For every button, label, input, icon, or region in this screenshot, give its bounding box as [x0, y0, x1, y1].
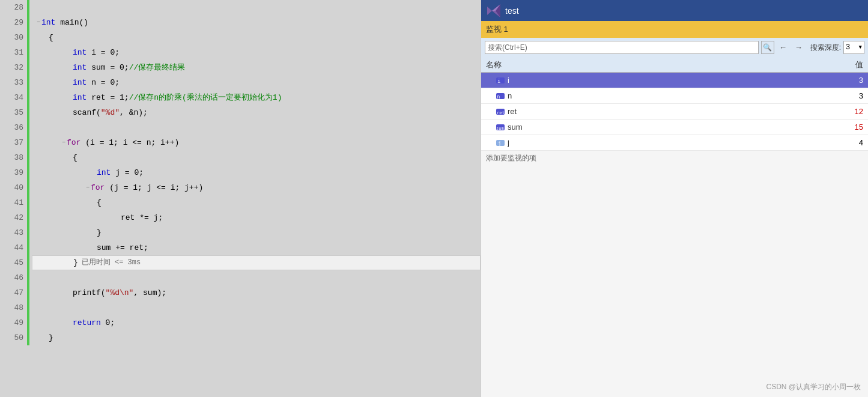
code-34-rest: ret = 1;	[86, 90, 129, 105]
line-num-28: 28	[4, 0, 23, 15]
code-line-30: {	[32, 30, 481, 45]
var-icon-j: j	[496, 138, 505, 148]
watch-row-sum-name: sum sum	[481, 123, 808, 132]
add-watch-area[interactable]: 添加要监视的项	[481, 151, 868, 166]
add-watch-label: 添加要监视的项	[486, 154, 536, 162]
code-line-40: − for (j = 1; j <= i; j++)	[32, 180, 481, 195]
svg-text:sum: sum	[496, 126, 504, 131]
gutter	[27, 0, 32, 397]
watch-row-i[interactable]: i i 3	[481, 73, 868, 88]
code-line-41: {	[32, 195, 481, 210]
green-bar	[27, 0, 29, 345]
comment-32: //保存最终结果	[129, 60, 186, 75]
code-line-38: {	[32, 150, 481, 165]
svg-text:n: n	[497, 94, 500, 100]
kw-int-32: int	[73, 60, 86, 75]
var-name-i: i	[508, 76, 509, 85]
kw-for-40: for	[91, 180, 105, 195]
kw-return-49: return	[73, 315, 101, 330]
line-num-39: 39	[4, 165, 23, 180]
code-42-ret: ret *= j;	[121, 210, 163, 225]
code-38-brace: {	[73, 150, 77, 165]
watch-panel: test 监视 1 搜索(Ctrl+E) 🔍 ← → 搜索深度: 3 ▼ 名称 …	[481, 0, 868, 397]
line-num-32: 32	[4, 60, 23, 75]
depth-select[interactable]: 3 ▼	[843, 41, 864, 54]
nav-back-button[interactable]: ←	[777, 41, 790, 54]
code-line-46	[32, 270, 481, 285]
line-num-50: 50	[4, 330, 23, 345]
kw-for-37: for	[67, 135, 80, 150]
code-31-rest: i = 0;	[86, 45, 120, 60]
kw-int-29: int	[41, 15, 55, 30]
code-44-sum: sum += ret;	[97, 240, 148, 255]
search-box[interactable]: 搜索(Ctrl+E)	[485, 41, 759, 54]
code-line-34: int ret = 1; //保存n的阶乘(乘法的话一定要初始化为1)	[32, 90, 481, 105]
watch-table-header: 名称 值	[481, 57, 868, 73]
line-num-31: 31	[4, 45, 23, 60]
str-35: "%d"	[101, 105, 120, 120]
csdn-watermark: CSDN @认真学习的小周一枚	[766, 382, 861, 392]
comment-34: //保存n的阶乘(乘法的话一定要初始化为1)	[129, 90, 282, 105]
var-icon-ret: ret	[496, 107, 505, 117]
code-line-36	[32, 120, 481, 135]
vs-logo-icon	[487, 4, 500, 17]
collapse-icon-37[interactable]: −	[62, 135, 65, 150]
code-line-31: int i = 0;	[32, 45, 481, 60]
code-47-end: , sum);	[133, 285, 166, 300]
watch-row-n-value: 3	[808, 91, 868, 100]
kw-int-33: int	[73, 75, 86, 90]
code-35-scanf: scanf(	[73, 105, 101, 120]
code-49-rest: 0;	[101, 315, 115, 330]
svg-text:j: j	[498, 141, 501, 147]
watch-row-ret[interactable]: ret ret 12	[481, 104, 868, 120]
kw-int-39: int	[97, 165, 111, 180]
line-num-48: 48	[4, 300, 23, 315]
watch-row-i-value: 3	[808, 76, 868, 85]
watch-tab-label[interactable]: 监视 1	[486, 24, 508, 35]
code-line-49: return 0;	[32, 315, 481, 330]
line-num-45: 45	[4, 255, 23, 270]
code-39-rest: j = 0;	[111, 165, 144, 180]
watch-row-j-name: j j	[481, 138, 808, 148]
line-num-33: 33	[4, 75, 23, 90]
collapse-icon-29[interactable]: −	[37, 15, 40, 30]
nav-forward-button[interactable]: →	[792, 41, 806, 54]
watch-tab-bar: 监视 1	[481, 21, 868, 38]
header-name-col: 名称	[481, 59, 808, 70]
svg-text:i: i	[497, 78, 500, 84]
var-name-j: j	[508, 138, 509, 147]
var-icon-i: i	[496, 76, 505, 85]
line-num-37: 37	[4, 135, 23, 150]
code-35-end: , &n);	[120, 105, 148, 120]
code-50-brace: }	[49, 330, 53, 345]
depth-label: 搜索深度:	[810, 43, 841, 53]
code-37-rest: (i = 1; i <= n; i++)	[80, 135, 179, 150]
line-num-38: 38	[4, 150, 23, 165]
line-num-41: 41	[4, 195, 23, 210]
var-icon-n: n	[496, 91, 505, 101]
code-line-45: ⇒ } 已用时间 <= 3ms	[32, 255, 481, 270]
code-33-rest: n = 0;	[86, 75, 120, 90]
code-30-brace: {	[37, 30, 53, 45]
watch-row-sum[interactable]: sum sum 15	[481, 120, 868, 135]
code-line-35: scanf( "%d" , &n);	[32, 105, 481, 120]
code-editor: 28 29 30 31 32 33 34 35 36 37 38 39 40 4…	[0, 0, 481, 397]
watch-row-i-name: i i	[481, 76, 808, 85]
code-43-brace: }	[97, 225, 102, 240]
header-value-col: 值	[808, 59, 868, 70]
watch-row-n[interactable]: n n 3	[481, 88, 868, 104]
watch-row-j-value: 4	[808, 138, 868, 147]
code-line-37: − for (i = 1; i <= n; i++)	[32, 135, 481, 150]
code-line-48	[32, 300, 481, 315]
watch-search-bar: 搜索(Ctrl+E) 🔍 ← → 搜索深度: 3 ▼	[481, 38, 868, 57]
svg-marker-0	[487, 7, 492, 15]
code-line-43: }	[32, 225, 481, 240]
line-num-30: 30	[4, 30, 23, 45]
watch-row-n-name: n n	[481, 91, 808, 101]
code-45-brace: }	[73, 255, 78, 270]
watch-row-j[interactable]: j j 4	[481, 135, 868, 151]
watch-row-ret-name: ret ret	[481, 107, 808, 117]
search-button[interactable]: 🔍	[761, 41, 774, 54]
collapse-icon-40[interactable]: −	[86, 180, 90, 195]
code-line-47: printf( "%d\n" , sum);	[32, 285, 481, 300]
